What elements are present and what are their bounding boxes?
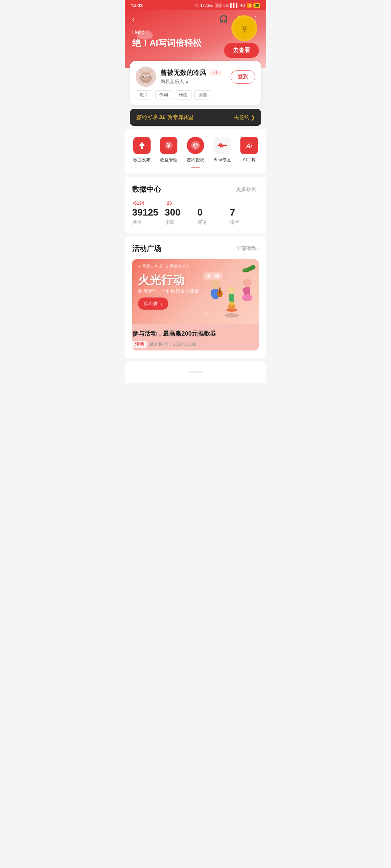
beat-icon <box>214 137 231 154</box>
activity-section-header: 活动广场 全部活动 › <box>132 244 259 254</box>
stat-favorites-value: 300 <box>165 207 180 218</box>
activity-card[interactable]: ⊙ 网易云音乐 | ⊙ 网易音乐人 第一期 火光行动 参与活动，一起解锁百万流量… <box>132 259 259 350</box>
cloud-decoration <box>136 28 154 41</box>
activity-section-title: 活动广场 <box>132 244 161 254</box>
action-beat[interactable]: Beat专区 <box>214 137 231 163</box>
stat-fans-label: 粉丝 <box>230 219 239 226</box>
stats-grid: ↑6134 39125 播放 ↑23 300 收藏 0 评论 7 粉丝 <box>132 200 259 226</box>
activity-meta: 活动 截止时间：2024.01.08 <box>132 341 259 348</box>
action-income[interactable]: ¥ 收益管理 <box>160 137 177 163</box>
action-label-beat: Beat专区 <box>214 157 231 163</box>
svg-text:¥: ¥ <box>167 142 170 149</box>
user-tags: 歌手 作词 作曲 编曲 <box>136 90 255 99</box>
user-name-row: 曾被无数的冷风 ↗ 0 <box>160 68 226 77</box>
chevron-right-icon: › <box>257 187 259 192</box>
svg-rect-45 <box>229 294 234 302</box>
stat-favorites: ↑23 300 收藏 <box>165 200 194 226</box>
hd-badge: HD <box>215 3 222 8</box>
tag-singer: 歌手 <box>136 90 152 99</box>
svg-point-5 <box>144 30 151 36</box>
back-button[interactable]: ‹ <box>132 15 135 23</box>
activity-description: 参与活动，最高赢200元推歌券 <box>132 329 259 338</box>
bottom-glimpse <box>125 361 266 383</box>
activity-info: 参与活动，最高赢200元推歌券 活动 截止时间：2024.01.08 <box>132 324 259 350</box>
stat-plays-delta: ↑6134 <box>132 200 144 207</box>
stat-plays: ↑6134 39125 播放 <box>132 200 161 226</box>
action-label-ai: AI工具 <box>243 157 255 163</box>
signal-bars: ▌▌▌ <box>230 3 239 8</box>
stat-comments-label: 评论 <box>197 219 207 226</box>
trend-up-icon: ↗ <box>212 70 215 75</box>
stat-favorites-label: 收藏 <box>165 219 174 226</box>
checkin-button[interactable]: 签到 <box>231 70 255 84</box>
stat-comments-value: 0 <box>197 207 202 218</box>
chevron-up-icon[interactable]: ∧ <box>185 79 189 85</box>
activity-title-overlay: 火光行动 参与活动，一起解锁百万流量 点击参与 <box>138 274 199 310</box>
contract-icon: © <box>187 137 204 154</box>
stat-plays-value: 39125 <box>132 207 158 218</box>
action-contract[interactable]: © 签约授权 <box>187 137 204 163</box>
stat-favorites-delta: ↑23 <box>165 200 172 207</box>
avatar <box>136 67 156 87</box>
data-center: 数据中心 更多数据 › ↑6134 39125 播放 ↑23 300 收藏 0 … <box>125 177 266 233</box>
stat-fans-delta <box>230 200 231 207</box>
all-activities-link[interactable]: 全部活动 › <box>236 245 259 252</box>
svg-point-16 <box>148 76 149 77</box>
svg-point-15 <box>143 76 144 77</box>
tag-arranger: 编曲 <box>194 90 211 99</box>
banner-action-button[interactable]: 去查看 <box>224 43 259 58</box>
user-platform: 网易音乐人 ∧ <box>160 78 226 85</box>
scroll-indicator <box>129 167 262 168</box>
data-center-header: 数据中心 更多数据 › <box>132 184 259 194</box>
contract-link[interactable]: 去签约 ❯ <box>234 114 255 121</box>
network-5g: 5G <box>223 3 229 8</box>
trend-value: 0 <box>216 70 219 75</box>
status-icons: ⬡ 12.1k/s HD 5G ▌▌▌ 4G 📶 36 <box>195 3 260 8</box>
user-name: 曾被无数的冷风 <box>160 68 206 77</box>
stat-comments-delta <box>197 200 198 207</box>
svg-rect-38 <box>219 288 220 294</box>
activity-image: ⊙ 网易云音乐 | ⊙ 网易音乐人 第一期 火光行动 参与活动，一起解锁百万流量… <box>132 259 259 324</box>
svg-rect-35 <box>211 290 214 297</box>
svg-text:©: © <box>193 142 198 149</box>
bottom-indicator <box>188 371 203 373</box>
action-ai[interactable]: Ai AI工具 <box>240 137 258 163</box>
trend-badge: ↗ 0 <box>209 69 222 76</box>
svg-point-17 <box>145 77 147 78</box>
participate-button[interactable]: 点击参与 <box>138 297 168 310</box>
activity-section: 活动广场 全部活动 › ⊙ 网易云音乐 | ⊙ 网易音乐人 第一期 火光行动 参… <box>125 237 266 358</box>
stat-comments: 0 评论 <box>197 200 226 226</box>
data-center-title: 数据中心 <box>132 184 161 194</box>
activity-logo: ⊙ 网易云音乐 | ⊙ 网易音乐人 <box>138 264 190 269</box>
tag-composer: 作曲 <box>175 90 192 99</box>
battery-level: 36 <box>253 3 260 8</box>
user-info-row: 曾被无数的冷风 ↗ 0 网易音乐人 ∧ 签到 <box>136 67 255 87</box>
activity-date: 截止时间：2024.01.08 <box>150 341 197 348</box>
network-4g: 4G <box>240 3 245 8</box>
ai-icon: Ai <box>240 137 258 154</box>
tag-lyricist: 作词 <box>155 90 172 99</box>
header-banner: ‹ 🎧 🔔 ⋮ ¥ Hello， 绝！AI写词倍轻松 去查看 <box>125 10 266 68</box>
action-label-publish: 歌曲发布 <box>133 157 151 163</box>
contract-text: 签约可享 31 项专属权益 <box>136 114 194 121</box>
svg-point-43 <box>242 294 252 301</box>
svg-text:¥: ¥ <box>241 24 247 35</box>
more-data-link[interactable]: 更多数据 › <box>236 186 259 193</box>
contract-banner[interactable]: 签约可享 31 项专属权益 去签约 ❯ <box>130 109 261 126</box>
headphone-icon[interactable]: 🎧 <box>219 14 228 23</box>
status-time: 14:03 <box>131 3 143 8</box>
svg-marker-22 <box>139 142 145 149</box>
activity-subtitle: 参与活动，一起解锁百万流量 <box>138 288 199 294</box>
status-bar: 14:03 ⬡ 12.1k/s HD 5G ▌▌▌ 4G 📶 36 <box>125 0 266 10</box>
chevron-right-icon: › <box>257 246 259 251</box>
action-publish[interactable]: 歌曲发布 <box>133 137 151 163</box>
svg-point-44 <box>228 286 235 294</box>
activity-main-title: 火光行动 <box>138 274 199 286</box>
income-icon: ¥ <box>160 137 177 154</box>
svg-point-33 <box>211 280 220 289</box>
svg-point-32 <box>229 301 234 306</box>
upload-icon <box>133 137 151 154</box>
user-details: 曾被无数的冷风 ↗ 0 网易音乐人 ∧ <box>160 68 226 85</box>
stat-plays-label: 播放 <box>132 219 142 226</box>
chevron-right-icon: ❯ <box>251 115 255 120</box>
